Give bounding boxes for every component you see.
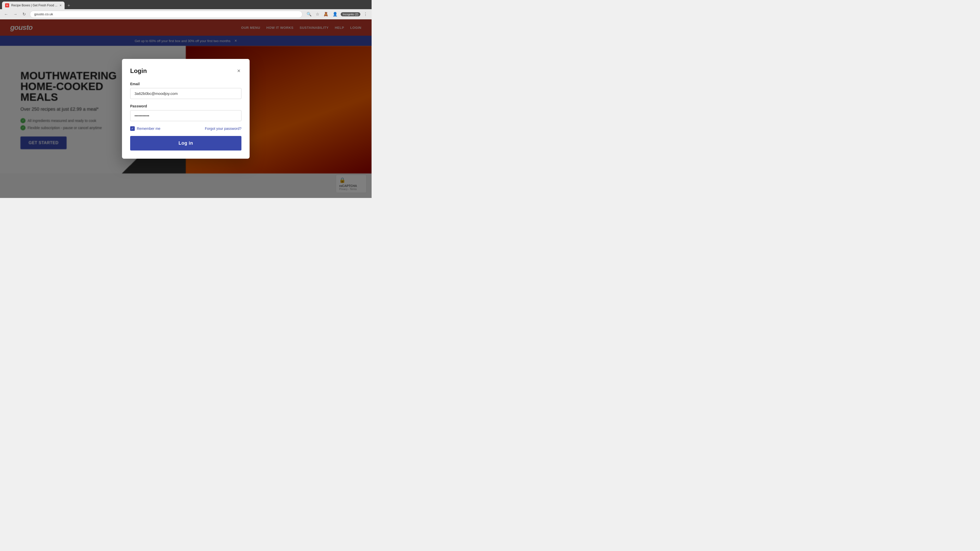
incognito-badge[interactable]: Incognito (2)	[341, 12, 360, 16]
page-content: gousto OUR MENU HOW IT WORKS SUSTAINABIL…	[0, 19, 372, 198]
login-button[interactable]: Log in	[130, 136, 242, 151]
modal-title: Login	[130, 67, 147, 75]
modal-overlay[interactable]: Login × Email Password ✓ Remember me For…	[0, 19, 372, 198]
email-input[interactable]	[130, 88, 242, 99]
email-label: Email	[130, 82, 242, 86]
forgot-password-link[interactable]: Forgot your password?	[205, 127, 242, 130]
login-modal: Login × Email Password ✓ Remember me For…	[122, 59, 250, 159]
profile-icon[interactable]: 👤	[331, 11, 339, 17]
tab-favicon: G	[5, 3, 9, 7]
remember-me-label[interactable]: Remember me	[137, 127, 161, 130]
back-button[interactable]: ←	[3, 11, 9, 17]
url-input[interactable]: gousto.co.uk	[30, 11, 302, 18]
new-tab-button[interactable]: +	[65, 2, 72, 9]
active-tab[interactable]: G Recipe Boxes | Get Fresh Food ... ×	[2, 2, 65, 9]
forward-button[interactable]: →	[12, 11, 18, 17]
tab-title: Recipe Boxes | Get Fresh Food ...	[11, 3, 57, 7]
remember-me-container: ✓ Remember me	[130, 126, 161, 131]
form-footer: ✓ Remember me Forgot your password?	[130, 126, 242, 131]
tab-close-icon[interactable]: ×	[59, 3, 62, 7]
email-form-group: Email	[130, 82, 242, 99]
search-icon[interactable]: 🔍	[305, 11, 313, 17]
checkbox-check-icon: ✓	[131, 127, 134, 130]
remember-me-checkbox[interactable]: ✓	[130, 126, 135, 131]
browser-actions: 🔍 ☆ 🧸 👤 Incognito (2) ⋮	[305, 11, 369, 17]
menu-icon[interactable]: ⋮	[363, 11, 369, 17]
modal-header: Login ×	[130, 67, 242, 75]
extensions-icon[interactable]: 🧸	[322, 11, 329, 17]
bookmark-icon[interactable]: ☆	[315, 11, 320, 17]
reload-button[interactable]: ↻	[21, 11, 27, 17]
modal-close-button[interactable]: ×	[236, 67, 242, 75]
password-input[interactable]	[130, 110, 242, 121]
password-form-group: Password	[130, 104, 242, 121]
browser-tab-bar: G Recipe Boxes | Get Fresh Food ... × +	[0, 0, 372, 9]
address-bar: ← → ↻ gousto.co.uk 🔍 ☆ 🧸 👤 Incognito (2)…	[0, 9, 372, 19]
password-label: Password	[130, 104, 242, 108]
url-text: gousto.co.uk	[34, 12, 53, 16]
